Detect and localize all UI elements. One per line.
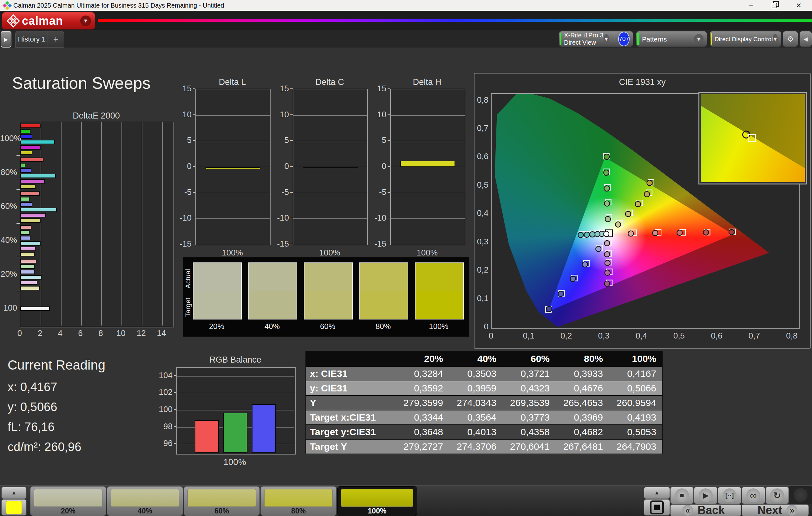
swatch-percent-label: 20%	[193, 322, 240, 331]
cie-y-tick: 0,6	[474, 152, 489, 161]
deltae-bar	[20, 184, 35, 189]
tick	[193, 114, 195, 115]
delta-x-label: 100%	[293, 248, 367, 258]
back-button[interactable]: « Back	[670, 504, 741, 516]
swatch-percent-label: 40%	[249, 322, 296, 331]
gridline	[162, 122, 163, 326]
actual-target-swatch	[359, 263, 408, 320]
bracket-dots-icon: [··]	[723, 488, 736, 503]
pattern-window-toggle-button[interactable]: [··]	[718, 487, 741, 504]
collapse-panel-button[interactable]: ◀	[799, 31, 812, 47]
pattern-tile[interactable]: 100%	[337, 486, 417, 516]
transport-up-button[interactable]: ▲	[644, 487, 670, 499]
display-control-dropdown[interactable]: Direct Display Control ▼	[709, 31, 781, 47]
gridline	[391, 141, 465, 141]
delta-y-tick: -15	[274, 239, 289, 249]
gridline	[196, 218, 270, 219]
patterns-dropdown[interactable]: Patterns ▼	[636, 31, 707, 47]
record-idle-icon[interactable]	[793, 488, 808, 502]
pattern-tile[interactable]: 80%	[260, 486, 337, 516]
gridline	[293, 141, 367, 141]
table-row-label: Target y:CIE31	[306, 425, 396, 439]
pattern-window-button[interactable]	[644, 499, 670, 516]
table-value-cell: 0,4358	[502, 425, 555, 439]
delta-y-tick: -15	[176, 239, 192, 249]
deltae-bar	[20, 208, 57, 212]
actual-target-swatch-panel: 20%40%60%80%100%ActualTarget	[183, 257, 469, 337]
delta-chart	[293, 89, 368, 245]
target-half	[249, 291, 296, 319]
deltae-bar	[20, 252, 35, 256]
deltae-x-tick: 10	[115, 328, 127, 338]
minimize-button[interactable]: –	[742, 0, 761, 11]
table-header-cell	[306, 352, 396, 366]
calman-menu-button[interactable]: calman ▼	[2, 12, 95, 29]
meter-count-badge[interactable]: 707	[618, 32, 630, 46]
delta-x-label: 100%	[195, 248, 269, 258]
pattern-color-swatch	[6, 501, 22, 514]
pattern-tile[interactable]: 40%	[107, 486, 183, 516]
actual-half	[249, 263, 296, 291]
refresh-button[interactable]: ↻	[765, 487, 789, 504]
menu-chevron-down-icon[interactable]: ▼	[80, 16, 91, 26]
current-reading-title: Current Reading	[8, 358, 105, 373]
gridline	[196, 115, 270, 116]
tick	[193, 218, 195, 218]
rgb-bar	[195, 420, 219, 453]
gridline	[101, 122, 102, 326]
table-value-cell: 0,3969	[555, 411, 609, 424]
gridline	[293, 218, 367, 219]
delta-y-tick: -5	[274, 187, 289, 197]
cie-y-tick: 0	[474, 322, 489, 332]
tick	[290, 114, 293, 115]
restore-button[interactable]	[765, 0, 784, 11]
tick	[193, 166, 195, 167]
tab-history-1[interactable]: History 1	[15, 31, 48, 48]
pattern-tile[interactable]: 60%	[184, 486, 260, 516]
actual-half	[304, 263, 352, 291]
stop-button[interactable]: ■	[670, 487, 694, 504]
next-button[interactable]: Next »	[742, 504, 809, 516]
pattern-scroll-up-button[interactable]: ▲	[1, 487, 27, 499]
target-axis-label: Target	[184, 298, 192, 317]
delta-y-tick: 10	[176, 110, 192, 120]
up-arrow-icon: ▲	[11, 490, 17, 496]
close-button[interactable]: ×	[789, 0, 808, 11]
gridline	[391, 218, 465, 219]
cie-x-tick: 0,1	[518, 331, 540, 341]
delta-y-tick: 0	[274, 161, 289, 171]
rgb-bar	[252, 404, 276, 453]
table-value-cell: 0,4323	[502, 381, 555, 395]
add-tab-button[interactable]: +	[48, 31, 64, 48]
gridline	[391, 115, 465, 116]
delta-y-tick: 0	[371, 161, 386, 171]
pattern-color-button[interactable]	[1, 499, 27, 516]
nav-forward-button[interactable]: ▶	[1, 31, 11, 48]
pattern-tile[interactable]: 20%	[30, 486, 106, 516]
delta-y-tick: 5	[371, 135, 386, 145]
calman-app-window: Calman 2025 Calman Ultimate for Business…	[0, 0, 812, 516]
reading-cdm2: cd/m²: 260,96	[8, 440, 81, 454]
infinity-icon: ∞	[746, 488, 760, 503]
rgb-balance-title: RGB Balance	[176, 355, 294, 365]
tick	[387, 140, 390, 141]
pattern-tile-swatch	[111, 489, 179, 507]
table-header-row: 20%40%60%80%100%	[306, 352, 662, 366]
deltae-bar	[20, 191, 40, 196]
deltae-bar	[20, 286, 40, 290]
delta-chart	[390, 89, 465, 245]
play-button[interactable]: ▶	[694, 487, 718, 504]
patterns-label: Patterns	[642, 35, 667, 43]
tick	[290, 88, 293, 89]
loop-button[interactable]: ∞	[742, 487, 765, 504]
divider	[615, 32, 615, 46]
deltae-x-tick: 4	[54, 328, 67, 338]
settings-button[interactable]: ⚙	[783, 31, 798, 47]
deltae-bar	[20, 270, 35, 274]
deltae-bar	[20, 145, 40, 150]
cie-x-tick: 0,3	[593, 331, 615, 341]
meter-dropdown[interactable]: X-Rite i1Pro 3Direct View ▼ 707	[559, 31, 633, 47]
display-control-label: Direct Display Control	[715, 35, 773, 43]
tick	[174, 426, 176, 427]
tick	[193, 140, 195, 141]
